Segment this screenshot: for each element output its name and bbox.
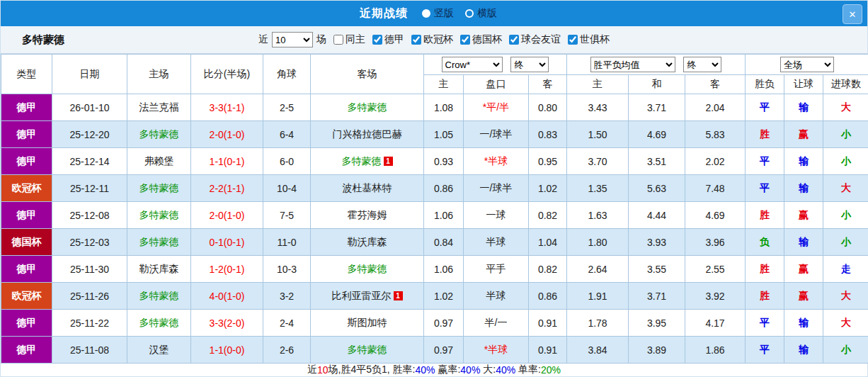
handicap-cell: *半球 xyxy=(464,337,529,364)
score-cell: 2-2(1-1) xyxy=(191,175,263,202)
filter-same-home-checkbox[interactable] xyxy=(333,35,343,45)
col-away: 客场 xyxy=(311,55,424,94)
away-team-cell: 勒沃库森 xyxy=(311,229,424,256)
score-cell: 1-1(0-1) xyxy=(191,148,263,175)
filter-bar: 多特蒙德 近 10 场 同主德甲欧冠杯德国杯球会友谊世俱杯 xyxy=(1,26,867,54)
away-team-cell: 比利亚雷亚尔1 xyxy=(311,283,424,310)
match-count-select[interactable]: 10 xyxy=(272,32,313,47)
avg-stage-select[interactable]: 终 xyxy=(683,57,721,72)
away-odds-cell: 0.83 xyxy=(529,121,567,148)
home-team-cell: 多特蒙德 xyxy=(127,202,191,229)
avg-odds-header: 胜平负均值 终 xyxy=(567,55,746,75)
odds-company-select[interactable]: Crow* xyxy=(442,57,503,72)
filter-bundesliga-checkbox[interactable] xyxy=(372,35,382,45)
home-odds-cell: 1.06 xyxy=(424,202,464,229)
view-option-vertical-label: 竖版 xyxy=(434,7,454,20)
table-row: 德甲25-12-20多特蒙德2-0(1-0)6-4门兴格拉德巴赫1.05一/球半… xyxy=(1,121,868,148)
filter-dfb-pokal-label: 德国杯 xyxy=(472,33,502,46)
filter-dfb-pokal-checkbox[interactable] xyxy=(460,35,470,45)
filter-club-world-cup-checkbox[interactable] xyxy=(568,35,578,45)
home-odds-cell: 1.05 xyxy=(424,121,464,148)
filter-bundesliga[interactable]: 德甲 xyxy=(372,33,404,46)
summary-segment: 大: xyxy=(480,364,496,376)
col-avg-away: 客 xyxy=(685,75,746,94)
col-date: 日期 xyxy=(52,55,127,94)
close-button[interactable]: ✕ xyxy=(843,4,862,24)
avg-home-cell: 3.43 xyxy=(567,94,629,121)
goals-result-cell: 大 xyxy=(823,310,868,337)
avg-home-cell: 1.63 xyxy=(567,202,629,229)
filter-club-friendly-checkbox[interactable] xyxy=(509,35,519,45)
close-icon: ✕ xyxy=(849,9,857,20)
score-cell: 2-0(1-0) xyxy=(191,121,263,148)
avg-away-cell: 2.04 xyxy=(685,94,746,121)
wdl-result-cell: 平 xyxy=(746,337,784,364)
avg-home-cell: 2.64 xyxy=(567,256,629,283)
home-odds-cell: 1.06 xyxy=(424,256,464,283)
col-avg-home: 主 xyxy=(567,75,629,94)
col-odds-away: 客 xyxy=(529,75,567,94)
summary-segment: 10 xyxy=(317,364,329,376)
filter-champions-league-checkbox[interactable] xyxy=(411,35,421,45)
away-odds-cell: 0.91 xyxy=(529,310,567,337)
avg-home-cell: 3.70 xyxy=(567,148,629,175)
wdl-result-cell: 负 xyxy=(746,229,784,256)
corner-cell: 2-6 xyxy=(263,337,311,364)
filter-dfb-pokal[interactable]: 德国杯 xyxy=(460,33,502,46)
away-team-cell: 波杜基林特 xyxy=(311,175,424,202)
team-name: 多特蒙德 xyxy=(22,33,64,47)
filter-same-home[interactable]: 同主 xyxy=(333,33,365,46)
date-cell: 25-12-08 xyxy=(52,202,127,229)
score-cell: 1-1(0-0) xyxy=(191,337,263,364)
goals-result-cell: 大 xyxy=(823,94,868,121)
filter-champions-league[interactable]: 欧冠杯 xyxy=(411,33,453,46)
away-team-cell: 多特蒙德1 xyxy=(311,148,424,175)
odds-company-header: Crow* 终 xyxy=(424,55,567,75)
filter-champions-league-label: 欧冠杯 xyxy=(423,33,453,46)
corner-cell: 2-5 xyxy=(263,94,311,121)
avg-away-cell: 5.83 xyxy=(685,121,746,148)
handicap-result-cell: 赢 xyxy=(784,256,823,283)
avg-draw-cell: 5.63 xyxy=(629,175,685,202)
radio-selected-icon xyxy=(422,9,430,18)
summary-segment: 近 xyxy=(307,364,317,376)
scope-select[interactable]: 全场 xyxy=(780,57,834,72)
filter-bundesliga-label: 德甲 xyxy=(384,33,404,46)
away-odds-cell: 0.91 xyxy=(529,337,567,364)
home-team-cell: 多特蒙德 xyxy=(127,283,191,310)
table-row: 德甲25-12-14弗赖堡1-1(0-1)6-0多特蒙德10.93*半球0.95… xyxy=(1,148,868,175)
col-wdl-result: 胜负 xyxy=(746,75,784,94)
table-row: 德国杯25-12-03多特蒙德0-1(0-1)11-0勒沃库森0.84半球1.0… xyxy=(1,229,868,256)
wdl-result-cell: 胜 xyxy=(746,256,784,283)
handicap-cell: 半球 xyxy=(464,283,529,310)
date-cell: 25-11-08 xyxy=(52,337,127,364)
view-option-horizontal[interactable]: 横版 xyxy=(465,7,497,20)
view-option-vertical[interactable]: 竖版 xyxy=(422,7,454,20)
avg-odds-select[interactable]: 胜平负均值 xyxy=(590,57,675,72)
avg-away-cell: 4.17 xyxy=(685,310,746,337)
away-team-cell: 多特蒙德 xyxy=(311,337,424,364)
filter-club-world-cup[interactable]: 世俱杯 xyxy=(568,33,610,46)
table-row: 欧冠杯25-12-11多特蒙德2-2(1-1)10-4波杜基林特0.86一/球半… xyxy=(1,175,868,202)
matches-label: 场 xyxy=(316,33,326,46)
recent-results-window: 近期战绩 竖版 横版 ✕ 多特蒙德 近 10 场 同主德甲欧冠杯德国杯球会友谊世… xyxy=(0,0,868,377)
avg-draw-cell: 3.55 xyxy=(629,256,685,283)
away-team-cell: 斯图加特 xyxy=(311,310,424,337)
avg-home-cell: 1.50 xyxy=(567,121,629,148)
filter-club-friendly[interactable]: 球会友谊 xyxy=(509,33,561,46)
table-header: 类型 日期 主场 比分(半场) 角球 客场 Crow* 终 胜平负均值 xyxy=(1,55,868,94)
corner-cell: 7-5 xyxy=(263,202,311,229)
away-team-cell: 多特蒙德 xyxy=(311,256,424,283)
odds-stage-select[interactable]: 终 xyxy=(510,57,549,72)
scope-header: 全场 xyxy=(746,55,868,75)
filter-club-friendly-label: 球会友谊 xyxy=(521,33,561,46)
title-bar: 近期战绩 竖版 横版 ✕ xyxy=(1,1,867,26)
summary-line: 近10场,胜4平5负1, 胜率:40% 赢率:40% 大:40% 单率:20% xyxy=(1,364,867,376)
goals-result-cell: 小 xyxy=(823,121,868,148)
avg-away-cell: 2.55 xyxy=(685,256,746,283)
score-cell: 3-3(1-1) xyxy=(191,94,263,121)
avg-away-cell: 3.92 xyxy=(685,283,746,310)
date-cell: 26-01-10 xyxy=(52,94,127,121)
league-type-cell: 德甲 xyxy=(1,310,52,337)
avg-away-cell: 4.69 xyxy=(685,202,746,229)
